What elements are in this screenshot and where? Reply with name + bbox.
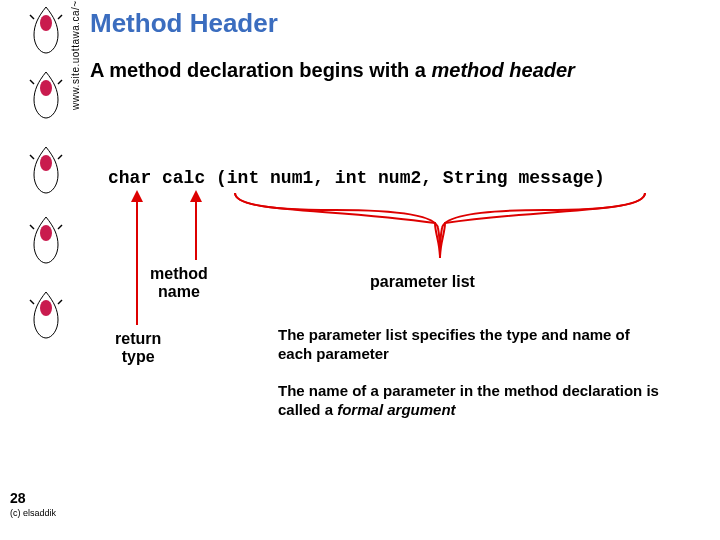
svg-marker-6 bbox=[131, 190, 143, 202]
label-parameter-list: parameter list bbox=[370, 273, 475, 291]
paragraph-param-spec: The parameter list specifies the type an… bbox=[278, 326, 668, 364]
slide-title: Method Header bbox=[90, 8, 278, 39]
mascot-icon bbox=[28, 5, 64, 55]
subtitle-italic: method header bbox=[432, 59, 575, 81]
label-return-type: return type bbox=[115, 330, 161, 367]
label-method-name: method name bbox=[150, 265, 208, 302]
para2-italic: formal argument bbox=[337, 401, 455, 418]
source-url: www.site.uottawa.ca/~elsaddik bbox=[70, 0, 81, 110]
svg-point-1 bbox=[40, 80, 52, 96]
svg-point-3 bbox=[40, 225, 52, 241]
label-line: name bbox=[158, 283, 200, 300]
label-line: type bbox=[122, 348, 155, 365]
arrow-return-type-icon bbox=[129, 190, 145, 325]
mascot-icon bbox=[28, 145, 64, 195]
svg-point-2 bbox=[40, 155, 52, 171]
svg-point-0 bbox=[40, 15, 52, 31]
arrow-method-name-icon bbox=[188, 190, 204, 260]
subtitle-text: A method declaration begins with a bbox=[90, 59, 432, 81]
mascot-icon bbox=[28, 70, 64, 120]
label-line: return bbox=[115, 330, 161, 347]
mascot-icon bbox=[28, 290, 64, 340]
brace-parameter-list-icon bbox=[230, 188, 650, 268]
mascot-icon bbox=[28, 215, 64, 265]
svg-marker-8 bbox=[190, 190, 202, 202]
copyright: (c) elsaddik bbox=[10, 508, 56, 518]
code-example: char calc (int num1, int num2, String me… bbox=[108, 168, 605, 188]
page-number: 28 bbox=[10, 490, 26, 506]
para2-text: The name of a parameter in the method de… bbox=[278, 382, 659, 418]
slide-subtitle: A method declaration begins with a metho… bbox=[90, 59, 575, 82]
paragraph-formal-argument: The name of a parameter in the method de… bbox=[278, 382, 668, 420]
svg-point-4 bbox=[40, 300, 52, 316]
label-line: method bbox=[150, 265, 208, 282]
